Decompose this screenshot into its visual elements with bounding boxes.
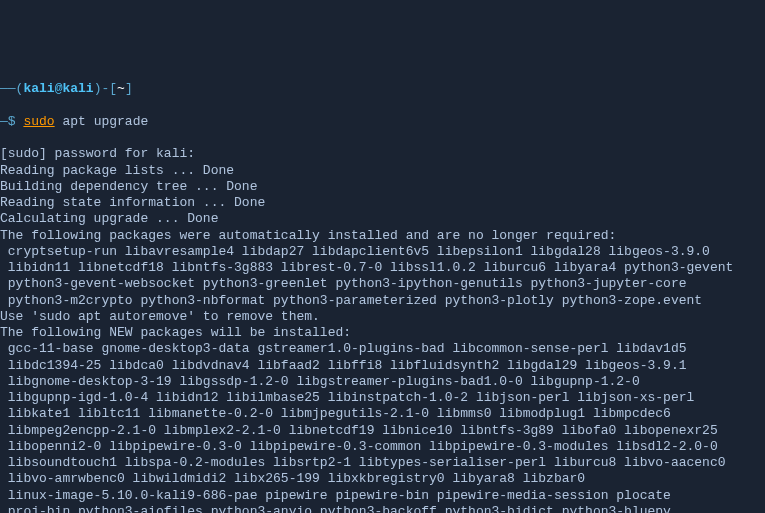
auto-installed-header: The following packages were automaticall… (0, 228, 616, 243)
new-pkg-line: libmpeg2encpp-2.1-0 libmplex2-2.1-0 libn… (0, 423, 718, 438)
auto-pkg-line: python3-gevent-websocket python3-greenle… (0, 276, 687, 291)
new-pkg-line: libvo-amrwbenc0 libwildmidi2 libx265-199… (0, 471, 585, 486)
prompt-line-1: ——(kali@kali)-[~] (0, 81, 765, 97)
reading-state: Reading state information ... Done (0, 195, 265, 210)
prompt-close: ] (125, 81, 133, 96)
new-packages-header: The following NEW packages will be insta… (0, 325, 351, 340)
prompt-dash: ——( (0, 81, 23, 96)
sudo-password-prompt: [sudo] password for kali: (0, 146, 195, 161)
new-pkg-line: libgnome-desktop-3-19 libgssdp-1.2-0 lib… (0, 374, 640, 389)
prompt-host: kali (62, 81, 93, 96)
prompt-path: ~ (117, 81, 125, 96)
auto-pkg-line: libidn11 libnetcdf18 libntfs-3g883 libre… (0, 260, 733, 275)
new-pkg-line: linux-image-5.10.0-kali9-686-pae pipewir… (0, 488, 671, 503)
prompt-user: kali (23, 81, 54, 96)
prompt-suffix: )-[ (94, 81, 117, 96)
prompt-dollar: —$ (0, 114, 23, 129)
reading-packages: Reading package lists ... Done (0, 163, 234, 178)
building-tree: Building dependency tree ... Done (0, 179, 257, 194)
sudo-command: sudo (23, 114, 54, 129)
auto-pkg-line: cryptsetup-run libavresample4 libdap27 l… (0, 244, 710, 259)
new-pkg-line: gcc-11-base gnome-desktop3-data gstreame… (0, 341, 687, 356)
terminal-output: ——(kali@kali)-[~] —$ sudo apt upgrade [s… (0, 65, 765, 513)
apt-command: apt upgrade (55, 114, 149, 129)
new-pkg-line: libgupnp-igd-1.0-4 libidn12 libilmbase25… (0, 390, 694, 405)
command-line[interactable]: —$ sudo apt upgrade (0, 114, 765, 130)
new-pkg-line: libopenni2-0 libpipewire-0.3-0 libpipewi… (0, 439, 718, 454)
new-pkg-line: proj-bin python3-aiofiles python3-anyio … (0, 504, 671, 513)
auto-pkg-line: python3-m2crypto python3-nbformat python… (0, 293, 702, 308)
calculating-upgrade: Calculating upgrade ... Done (0, 211, 218, 226)
autoremove-hint: Use 'sudo apt autoremove' to remove them… (0, 309, 320, 324)
new-pkg-line: libsoundtouch1 libspa-0.2-modules libsrt… (0, 455, 726, 470)
new-pkg-line: libdc1394-25 libdca0 libdvdnav4 libfaad2… (0, 358, 687, 373)
new-pkg-line: libkate1 libltc11 libmanette-0.2-0 libmj… (0, 406, 671, 421)
